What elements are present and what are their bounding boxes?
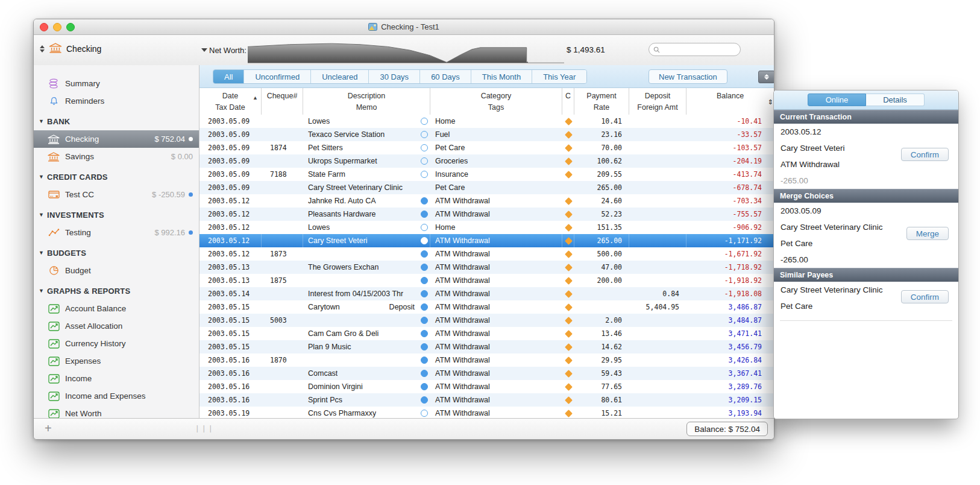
sidebar-section-investments[interactable]: ▼INVESTMENTS: [34, 206, 199, 224]
column-header-deposit[interactable]: DepositForeign Amt: [629, 88, 686, 115]
table-row[interactable]: 2003.05.12Pleasants HardwareATM Withdraw…: [199, 208, 774, 221]
splitter-handle[interactable]: ❘❘❘: [194, 424, 214, 433]
table-options-button[interactable]: [758, 71, 774, 83]
disclosure-triangle-icon[interactable]: ▼: [39, 212, 44, 218]
table-row[interactable]: 2003.05.12Jahnke Rd. Auto CAATM Withdraw…: [199, 194, 774, 208]
close-button[interactable]: [40, 23, 48, 31]
column-header-cheque[interactable]: Cheque#: [262, 88, 303, 115]
minimize-button[interactable]: [53, 23, 61, 31]
sidebar-item-asset-allocation[interactable]: Asset Allocation: [34, 317, 199, 335]
sidebar-item-account-balance[interactable]: Account Balance: [34, 300, 199, 317]
status-circle-icon[interactable]: [421, 144, 428, 151]
tab-online[interactable]: Online: [808, 94, 866, 106]
status-circle-icon[interactable]: [421, 131, 428, 138]
table-row[interactable]: 2003.05.19Cns Cvs PharmaxxyATM Withdrawa…: [199, 407, 774, 419]
table-row[interactable]: 2003.05.15CarytownDepositATM Withdrawal5…: [199, 300, 774, 314]
title-bar[interactable]: Checking - Test1: [34, 19, 774, 35]
table-row[interactable]: 2003.05.09Texaco Service StationFuel23.1…: [199, 128, 774, 141]
flag-diamond-icon[interactable]: [565, 317, 573, 325]
status-circle-icon[interactable]: [421, 224, 428, 231]
status-circle-icon[interactable]: [421, 250, 428, 258]
status-circle-icon[interactable]: [421, 330, 428, 337]
table-row[interactable]: 2003.05.091874Pet SittersPet Care70.00-1…: [199, 141, 774, 154]
status-circle-icon[interactable]: [421, 370, 428, 377]
sidebar-item-net-worth[interactable]: Net Worth: [34, 405, 199, 419]
column-header-date[interactable]: DateTax Date ▲: [199, 88, 262, 115]
status-circle-icon[interactable]: [421, 303, 428, 311]
table-row[interactable]: 2003.05.09Ukrops SupermarketGroceries100…: [199, 154, 774, 168]
sidebar-item-expenses[interactable]: Expenses: [34, 352, 199, 370]
status-circle-icon[interactable]: [421, 383, 428, 390]
table-row[interactable]: 2003.05.161870ATM Withdrawal29.953,426.8…: [199, 353, 774, 367]
table-row[interactable]: 2003.05.16Sprint PcsATM Withdrawal80.613…: [199, 393, 774, 407]
sidebar-item-test-cc[interactable]: Test CC$ -250.59: [34, 186, 199, 203]
flag-diamond-icon[interactable]: [565, 330, 573, 338]
zoom-button[interactable]: [66, 23, 75, 31]
disclosure-triangle-icon[interactable]: ▼: [39, 288, 44, 294]
flag-diamond-icon[interactable]: [565, 290, 573, 298]
flag-diamond-icon[interactable]: [565, 118, 573, 125]
status-circle-icon[interactable]: [421, 197, 428, 204]
filter-tab-60-days[interactable]: 60 Days: [420, 70, 471, 83]
status-circle-icon[interactable]: [421, 118, 428, 125]
flag-diamond-icon[interactable]: [565, 303, 573, 311]
column-options-icon[interactable]: ⇕: [768, 97, 773, 108]
table-row[interactable]: 2003.05.155003ATM Withdrawal2.003,484.87: [199, 314, 774, 327]
status-circle-icon[interactable]: [421, 277, 428, 284]
flag-diamond-icon[interactable]: [565, 357, 573, 364]
sidebar-section-credit-cards[interactable]: ▼CREDIT CARDS: [34, 168, 199, 186]
flag-diamond-icon[interactable]: [565, 383, 573, 391]
table-row[interactable]: 2003.05.121873ATM Withdrawal500.00-1,671…: [199, 247, 774, 261]
status-circle-icon[interactable]: [421, 357, 428, 364]
sidebar-item-checking[interactable]: Checking$ 752.04: [34, 130, 199, 148]
flag-diamond-icon[interactable]: [565, 171, 573, 179]
flag-diamond-icon[interactable]: [565, 343, 573, 351]
table-row[interactable]: 2003.05.131875ATM Withdrawal200.00-1,918…: [199, 274, 774, 287]
table-row[interactable]: 2003.05.09Cary Street Veterinary ClinicP…: [199, 181, 774, 194]
filter-tab-all[interactable]: All: [213, 70, 244, 83]
sidebar-section-bank[interactable]: ▼BANK: [34, 112, 199, 130]
flag-diamond-icon[interactable]: [565, 197, 573, 205]
new-transaction-button[interactable]: New Transaction: [649, 69, 727, 84]
table-row[interactable]: 2003.05.14Interest from 04/15/2003 ThrAT…: [199, 287, 774, 300]
column-header-cleared[interactable]: C: [562, 88, 574, 115]
column-header-description[interactable]: DescriptionMemo: [303, 88, 430, 115]
flag-diamond-icon[interactable]: [565, 264, 573, 271]
table-row[interactable]: 2003.05.16ComcastATM Withdrawal59.433,36…: [199, 367, 774, 380]
merge-button[interactable]: Merge: [906, 227, 949, 240]
search-field[interactable]: [649, 43, 741, 56]
confirm-button[interactable]: Confirm: [901, 290, 949, 303]
flag-diamond-icon[interactable]: [565, 224, 573, 232]
filter-tab-uncleared[interactable]: Uncleared: [311, 70, 369, 83]
flag-diamond-icon[interactable]: [565, 211, 573, 218]
status-circle-icon[interactable]: [421, 396, 428, 404]
sidebar-section-graphs-reports[interactable]: ▼GRAPHS & REPORTS: [34, 282, 199, 300]
filter-tab-unconfirmed[interactable]: Unconfirmed: [244, 70, 311, 83]
sidebar-item-income[interactable]: Income: [34, 370, 199, 387]
sidebar-item-summary[interactable]: Summary: [34, 75, 199, 92]
sidebar-item-savings[interactable]: Savings$ 0.00: [34, 148, 199, 165]
filter-tab-30-days[interactable]: 30 Days: [369, 70, 420, 83]
disclosure-triangle-icon[interactable]: ▼: [39, 174, 44, 180]
tab-details[interactable]: Details: [866, 94, 925, 106]
flag-diamond-icon[interactable]: [565, 157, 573, 165]
flag-diamond-icon[interactable]: [565, 250, 573, 258]
account-selector[interactable]: Checking: [40, 43, 101, 55]
flag-diamond-icon[interactable]: [565, 277, 573, 285]
filter-tab-this-month[interactable]: This Month: [471, 70, 532, 83]
column-header-category[interactable]: CategoryTags: [430, 88, 562, 115]
status-circle-icon[interactable]: [421, 157, 428, 165]
search-input[interactable]: [662, 45, 737, 54]
table-row[interactable]: 2003.05.09LowesHome10.41-10.41: [199, 115, 774, 128]
flag-diamond-icon[interactable]: [565, 396, 573, 404]
table-row[interactable]: 2003.05.097188State FarmInsurance209.55-…: [199, 168, 774, 181]
column-header-balance[interactable]: Balance ⇕: [686, 88, 774, 115]
table-row[interactable]: 2003.05.13The Growers ExchanATM Withdraw…: [199, 261, 774, 274]
status-circle-icon[interactable]: [421, 237, 428, 244]
table-row[interactable]: 2003.05.15Plan 9 MusicATM Withdrawal14.6…: [199, 340, 774, 353]
sidebar-item-income-and-expenses[interactable]: Income and Expenses: [34, 387, 199, 405]
status-circle-icon[interactable]: [421, 317, 428, 324]
table-row-selected[interactable]: 2003.05.12Cary Street VeteriATM Withdraw…: [199, 234, 774, 247]
flag-diamond-icon[interactable]: [565, 410, 573, 417]
confirm-button[interactable]: Confirm: [901, 148, 949, 161]
